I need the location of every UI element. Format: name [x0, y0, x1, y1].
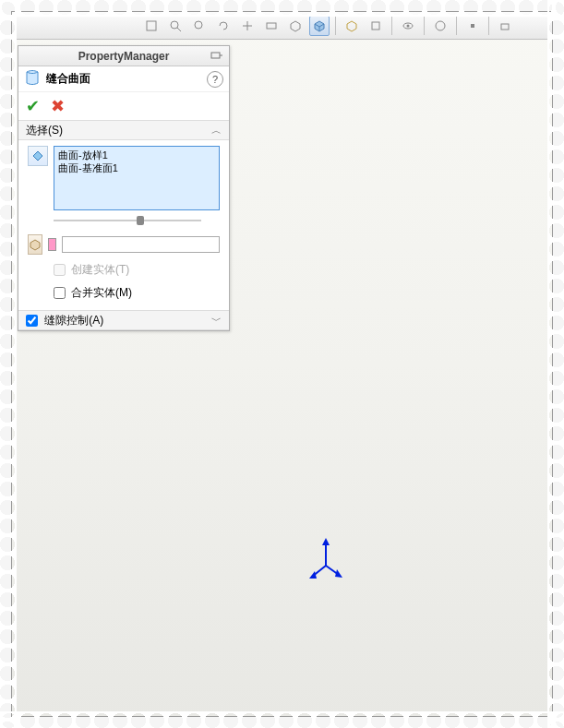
chevron-up-icon: ︿	[211, 124, 222, 137]
zoom-area-icon[interactable]	[165, 16, 186, 36]
svg-marker-7	[347, 21, 356, 31]
property-manager-title: PropertyManager	[18, 46, 229, 66]
origin-triad-icon	[307, 538, 344, 584]
pin-icon[interactable]	[209, 48, 225, 63]
svg-point-3	[195, 21, 202, 29]
list-item[interactable]: 曲面-放样1	[58, 149, 215, 161]
create-solid-checkbox	[54, 264, 66, 276]
display-style-icon[interactable]	[285, 16, 306, 36]
zoom-fit-icon[interactable]	[141, 16, 162, 36]
svg-marker-18	[309, 571, 317, 579]
svg-rect-4	[267, 23, 276, 29]
svg-marker-5	[291, 21, 300, 31]
gap-value-input[interactable]	[62, 236, 220, 253]
svg-point-10	[407, 24, 410, 27]
settings-icon[interactable]	[462, 16, 483, 36]
svg-marker-22	[30, 240, 40, 250]
gap-control-section-header[interactable]: 缝隙控制(A) ﹀	[18, 310, 229, 330]
svg-marker-16	[322, 538, 330, 545]
selection-listbox[interactable]: 曲面-放样1 曲面-基准面1	[54, 146, 220, 210]
svg-rect-0	[147, 21, 156, 30]
svg-rect-8	[372, 22, 379, 30]
pm-title-text: PropertyManager	[78, 50, 170, 63]
feature-header: 缝合曲面 ?	[18, 66, 229, 92]
gap-control-label: 缝隙控制(A)	[44, 314, 103, 327]
confirm-row: ✔ ✖	[18, 92, 229, 120]
feature-name: 缝合曲面	[46, 71, 207, 87]
gap-control-checkbox[interactable]	[26, 315, 38, 327]
section-icon[interactable]	[261, 16, 282, 36]
select-section-body: 曲面-放样1 曲面-基准面1 创建实体(T) 合	[18, 140, 229, 310]
hide-show-icon[interactable]	[398, 16, 418, 36]
capture-icon[interactable]	[495, 16, 515, 36]
cube-icon[interactable]	[309, 16, 330, 36]
svg-rect-21	[211, 53, 220, 58]
zoom-icon[interactable]	[189, 16, 210, 36]
select-section-header[interactable]: 选择(S) ︿	[18, 120, 229, 140]
scene-icon[interactable]	[342, 16, 362, 36]
ok-button[interactable]: ✔	[26, 96, 40, 116]
svg-line-2	[177, 28, 181, 31]
rotate-icon[interactable]	[213, 16, 234, 36]
svg-point-11	[436, 21, 445, 30]
view-toolbar	[12, 12, 552, 40]
svg-rect-13	[501, 24, 509, 30]
svg-point-1	[171, 21, 178, 29]
select-section-label: 选择(S)	[26, 123, 63, 138]
body-selection-icon[interactable]	[28, 234, 42, 255]
svg-marker-20	[335, 569, 342, 578]
face-selection-icon[interactable]	[28, 146, 48, 166]
svg-rect-12	[471, 24, 474, 28]
view-orient-icon[interactable]	[366, 16, 386, 36]
merge-entities-label: 合并实体(M)	[71, 285, 132, 301]
appearance-icon[interactable]	[430, 16, 450, 36]
property-manager-panel: PropertyManager 缝合曲面 ? ✔ ✖ 选择(S) ︿	[18, 45, 230, 331]
create-solid-label: 创建实体(T)	[71, 262, 129, 278]
help-icon[interactable]: ?	[207, 71, 223, 88]
cancel-button[interactable]: ✖	[51, 96, 65, 116]
knit-surface-icon	[24, 69, 41, 89]
merge-entities-checkbox[interactable]	[54, 287, 66, 299]
color-swatch[interactable]	[48, 238, 56, 251]
pan-icon[interactable]	[237, 16, 258, 36]
listbox-resize-handle[interactable]	[54, 216, 220, 225]
chevron-down-icon: ﹀	[211, 314, 222, 328]
list-item[interactable]: 曲面-基准面1	[58, 161, 215, 174]
